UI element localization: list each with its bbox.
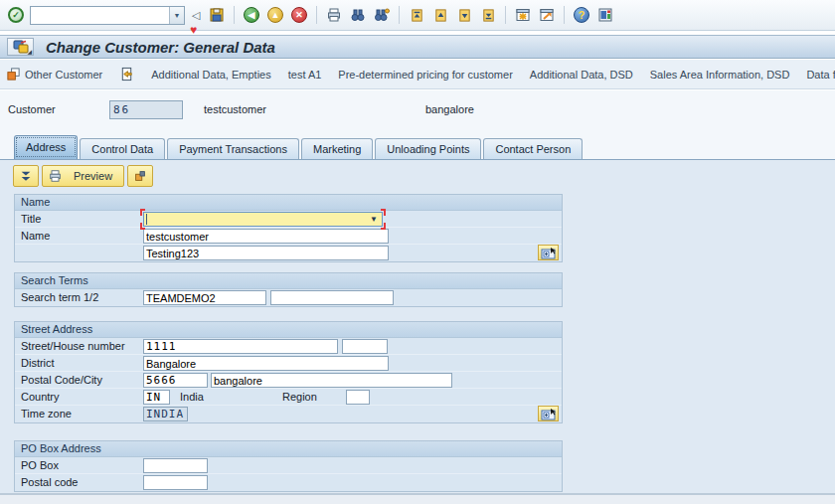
last-page-icon (481, 8, 496, 23)
customer-label: Customer (8, 103, 56, 115)
po-box-group: PO Box Address PO Box Postal code (14, 440, 563, 492)
more-fields-icon (541, 247, 557, 259)
back-button[interactable]: ◀ (242, 5, 261, 25)
tab-contact-person[interactable]: Contact Person (483, 138, 583, 159)
preview-button[interactable]: Preview (42, 165, 124, 187)
find-next-button[interactable] (372, 5, 392, 25)
tab-payment-transactions[interactable]: Payment Transactions (167, 138, 299, 159)
create-shortcut-button[interactable] (537, 5, 557, 25)
command-field[interactable]: ▼ (30, 6, 185, 25)
name2-input[interactable] (143, 246, 389, 260)
new-session-button[interactable] (513, 5, 533, 25)
other-customer-button[interactable]: Other Customer (6, 67, 102, 82)
postal-code-input[interactable] (143, 373, 208, 388)
street-input[interactable] (143, 339, 338, 354)
first-page-button[interactable] (407, 5, 426, 25)
sales-area-info-dsd-button[interactable]: Sales Area Information, DSD (650, 69, 790, 81)
printer-icon (326, 7, 342, 23)
more-fields-button[interactable] (538, 245, 559, 260)
save-pointer-heart-icon: ♥ (190, 23, 197, 37)
new-session-icon (515, 7, 531, 23)
toolbar-separator (505, 6, 506, 24)
tab-control-data[interactable]: Control Data (80, 138, 165, 159)
name1-input[interactable] (143, 229, 389, 244)
change-display-button[interactable] (127, 165, 153, 187)
combo-dropdown-icon[interactable]: ▼ (370, 215, 378, 224)
tab-address[interactable]: Address (14, 135, 78, 159)
timezone-input[interactable] (143, 407, 188, 421)
house-number2-input[interactable] (342, 339, 388, 354)
street-address-header: Street Address (15, 322, 562, 338)
toolbar-separator (316, 6, 317, 24)
toolbar-separator (399, 6, 400, 24)
timezone-label: Time zone (21, 408, 72, 420)
focus-bracket-icon (140, 209, 145, 216)
additional-data-empties-button[interactable]: Additional Data, Empties (151, 69, 270, 81)
customize-layout-icon (597, 7, 613, 23)
district-input[interactable] (143, 356, 389, 371)
binoculars-next-icon (374, 7, 390, 23)
country-code-input[interactable] (143, 390, 170, 405)
additional-data-icon-button[interactable] (119, 67, 134, 82)
customize-layout-button[interactable] (595, 5, 615, 25)
title-combobox[interactable]: ▼ (143, 212, 383, 227)
additional-data-dsd-button[interactable]: Additional Data, DSD (530, 69, 633, 81)
address-toolbar: Preview (13, 165, 153, 187)
name-label: Name (21, 230, 50, 242)
tab-marketing[interactable]: Marketing (301, 138, 373, 159)
screen-menu-button[interactable]: ◢ (7, 38, 34, 56)
command-input[interactable] (31, 7, 169, 24)
sheet-arrow-icon (119, 67, 134, 82)
text-cursor (146, 214, 147, 225)
more-fields-button[interactable] (538, 406, 559, 421)
search-term1-input[interactable] (143, 290, 266, 305)
print-button[interactable] (324, 5, 344, 25)
address-tab-panel: Preview Name Title ▼ (0, 159, 835, 493)
search-terms-group: Search Terms Search term 1/2 (14, 272, 563, 307)
back-arrow-icon: ◀ (244, 7, 259, 23)
toolbar-separator (564, 6, 565, 24)
street-address-group: Street Address Street/House number Distr… (14, 321, 563, 423)
page-down-icon (457, 8, 472, 23)
title-combobox-focus: ▼ (141, 211, 385, 228)
last-page-button[interactable] (478, 5, 498, 25)
test-a1-button[interactable]: test A1 (288, 69, 322, 81)
po-postal-input[interactable] (143, 475, 208, 490)
predetermined-pricing-button[interactable]: Pre-determined pricing for customer (338, 69, 512, 81)
overlapping-squares-icon (133, 169, 147, 183)
po-box-input[interactable] (143, 458, 208, 473)
exit-button[interactable]: ▲ (265, 5, 285, 25)
system-toolbar: ✓ ▼ ◁ ◀ ▲ ✕ (0, 0, 835, 31)
previous-page-button[interactable] (430, 5, 450, 25)
first-page-icon (410, 8, 424, 23)
city-input[interactable] (211, 373, 452, 388)
tab-unloading-points[interactable]: Unloading Points (375, 138, 481, 159)
collapse-command-icon[interactable]: ◁ (189, 9, 203, 22)
command-dropdown-icon[interactable]: ▼ (169, 7, 184, 24)
international-versions-button[interactable] (13, 165, 39, 187)
region-input[interactable] (346, 390, 370, 405)
customer-city-text: bangalore (425, 103, 474, 115)
double-chevron-down-icon (19, 169, 33, 183)
name-group-header: Name (15, 195, 562, 211)
next-page-button[interactable] (454, 5, 474, 25)
test-a1-label: test A1 (288, 69, 322, 81)
sales-area-info-dsd-label: Sales Area Information, DSD (650, 69, 790, 81)
cancel-button[interactable]: ✕ (289, 5, 309, 25)
country-label: Country (21, 391, 60, 403)
search-term2-input[interactable] (270, 290, 394, 305)
customer-number-field[interactable]: 86 (109, 100, 183, 119)
find-button[interactable] (348, 5, 368, 25)
help-button[interactable]: ? (572, 5, 591, 25)
save-button[interactable] (207, 5, 227, 25)
binoculars-icon (350, 7, 366, 23)
po-postal-label: Postal code (21, 476, 78, 488)
shortcut-icon (539, 7, 555, 23)
invoice-summary-button[interactable]: Data for Invoice Summary (806, 69, 835, 81)
predetermined-pricing-label: Pre-determined pricing for customer (338, 69, 512, 81)
invoice-summary-label: Data for Invoice Summary (806, 69, 835, 81)
enter-button[interactable]: ✓ (6, 5, 26, 25)
preview-label: Preview (68, 170, 118, 182)
menu-corner-arrow-icon: ◢ (27, 48, 32, 55)
other-customer-label: Other Customer (25, 69, 102, 81)
